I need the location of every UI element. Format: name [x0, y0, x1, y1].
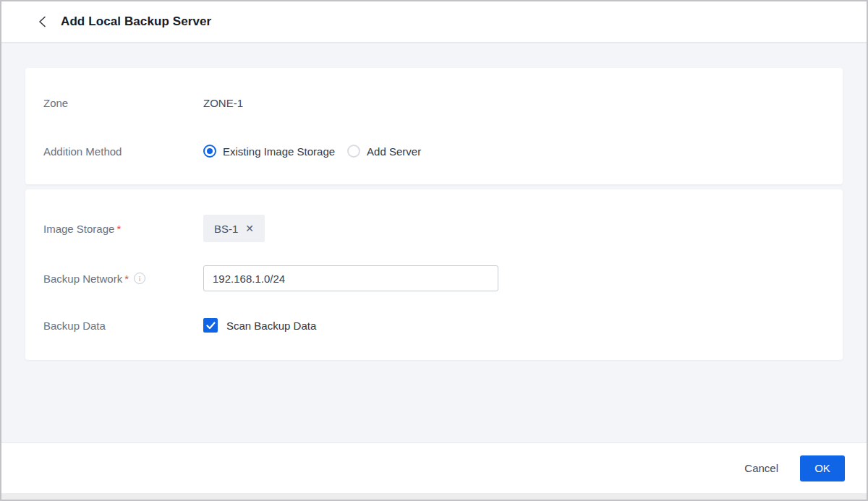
- scan-backup-data-checkbox-wrap[interactable]: Scan Backup Data: [203, 318, 316, 333]
- radio-unselected-icon[interactable]: [347, 145, 360, 158]
- ok-button[interactable]: OK: [800, 455, 845, 481]
- back-icon[interactable]: [35, 14, 49, 29]
- addition-method-radio-group: Existing Image Storage Add Server: [203, 145, 421, 158]
- backup-network-input[interactable]: [203, 265, 498, 291]
- required-asterisk: *: [116, 223, 121, 235]
- image-storage-tag-label: BS-1: [214, 223, 238, 235]
- zone-row: Zone ZONE-1: [43, 97, 825, 109]
- footer-action-bar: Cancel OK: [1, 442, 867, 493]
- page-title: Add Local Backup Server: [61, 14, 211, 29]
- bottom-strip: [1, 493, 867, 500]
- scan-backup-data-label[interactable]: Scan Backup Data: [226, 320, 316, 332]
- zone-method-card: Zone ZONE-1 Addition Method Existing Ima…: [25, 68, 843, 184]
- backup-network-label-text: Backup Network: [43, 273, 122, 285]
- radio-option-label[interactable]: Add Server: [367, 145, 421, 158]
- page-header: Add Local Backup Server: [1, 1, 867, 43]
- radio-option-add-server[interactable]: Add Server: [347, 145, 421, 158]
- image-storage-tag[interactable]: BS-1 ✕: [203, 215, 265, 242]
- form-body: Zone ZONE-1 Addition Method Existing Ima…: [1, 43, 867, 442]
- zone-value: ZONE-1: [203, 97, 243, 109]
- backup-settings-card: Image Storage* BS-1 ✕ Backup Network* i …: [25, 189, 843, 360]
- image-storage-label: Image Storage*: [43, 223, 203, 235]
- backup-network-label: Backup Network* i: [43, 273, 203, 285]
- radio-selected-icon[interactable]: [203, 145, 216, 158]
- checkbox-checked-icon[interactable]: [203, 318, 218, 333]
- backup-network-row: Backup Network* i: [43, 265, 825, 291]
- zone-label: Zone: [43, 97, 203, 109]
- image-storage-label-text: Image Storage: [43, 223, 114, 235]
- radio-option-existing-image-storage[interactable]: Existing Image Storage: [203, 145, 335, 158]
- addition-method-row: Addition Method Existing Image Storage A…: [43, 145, 825, 158]
- backup-data-row: Backup Data Scan Backup Data: [43, 318, 825, 333]
- radio-option-label[interactable]: Existing Image Storage: [223, 145, 335, 158]
- info-icon[interactable]: i: [134, 273, 145, 284]
- image-storage-row: Image Storage* BS-1 ✕: [43, 215, 825, 242]
- cancel-button[interactable]: Cancel: [744, 462, 778, 474]
- addition-method-label: Addition Method: [43, 145, 203, 158]
- tag-remove-icon[interactable]: ✕: [245, 223, 254, 234]
- backup-data-label: Backup Data: [43, 320, 203, 332]
- required-asterisk: *: [124, 273, 129, 285]
